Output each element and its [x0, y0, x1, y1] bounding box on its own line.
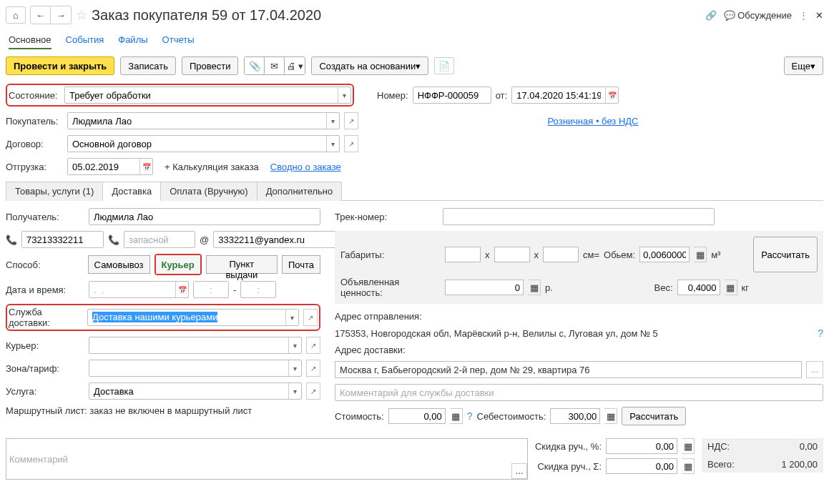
- open-icon[interactable]: ↗: [344, 112, 358, 129]
- comment-box[interactable]: …: [6, 438, 528, 480]
- method-point[interactable]: Пункт выдачи: [206, 255, 278, 274]
- disc-sum-label: Скидка руч., Σ:: [537, 461, 602, 472]
- tab-events[interactable]: События: [66, 31, 104, 49]
- dropdown-icon[interactable]: ▾: [338, 87, 350, 103]
- weight-input[interactable]: [677, 280, 720, 295]
- dropdown-icon[interactable]: ▾: [326, 113, 339, 129]
- calc-icon[interactable]: ▦: [725, 280, 737, 295]
- close-icon[interactable]: ✕: [815, 10, 823, 21]
- link-icon[interactable]: 🔗: [705, 10, 717, 21]
- addr-to-text[interactable]: Москва г, Бабьегородский 2-й пер, дом № …: [340, 365, 797, 375]
- track-input[interactable]: [443, 209, 714, 224]
- calc-icon[interactable]: ▦: [682, 438, 695, 454]
- method-courier[interactable]: Курьер: [156, 255, 200, 274]
- state-input[interactable]: [65, 87, 338, 103]
- calc-icon[interactable]: ▦: [694, 247, 707, 262]
- dropdown-icon[interactable]: ▾: [288, 337, 301, 353]
- nds-label: НДС:: [707, 441, 730, 452]
- more-icon[interactable]: ⋮: [799, 10, 808, 21]
- time-to-input[interactable]: [241, 282, 275, 297]
- open-icon[interactable]: ↗: [303, 309, 318, 326]
- tab-files[interactable]: Файлы: [118, 31, 147, 49]
- comment-input[interactable]: [6, 439, 511, 479]
- disc-pct-input[interactable]: [606, 438, 677, 454]
- dim-y[interactable]: [494, 247, 530, 262]
- mail-icon[interactable]: ✉: [265, 57, 285, 74]
- dropdown-icon[interactable]: ▾: [326, 136, 339, 152]
- tab-delivery[interactable]: Доставка: [102, 182, 161, 201]
- calculate-button[interactable]: Рассчитать: [753, 237, 818, 272]
- calc-icon[interactable]: ▦: [450, 408, 463, 424]
- dropdown-icon[interactable]: ▾: [285, 310, 298, 325]
- service-input[interactable]: Доставка нашими курьерами: [88, 310, 285, 325]
- print-icon[interactable]: 🖨 ▾: [285, 57, 305, 74]
- dropdown-icon[interactable]: ▾: [288, 383, 301, 399]
- calc-icon[interactable]: ▦: [604, 408, 617, 424]
- tab-reports[interactable]: Отчеты: [162, 31, 195, 49]
- ship-label: Отгрузка:: [6, 162, 63, 172]
- total-label: Всего:: [707, 459, 735, 470]
- phone2-input[interactable]: [124, 232, 195, 247]
- selfcost-input[interactable]: [550, 408, 600, 424]
- declared-input[interactable]: [445, 280, 524, 295]
- discuss-icon[interactable]: 💬 Обсуждение: [724, 10, 792, 21]
- method-pickup[interactable]: Самовывоз: [88, 255, 150, 274]
- email-input[interactable]: [214, 232, 343, 247]
- retail-link[interactable]: Розничная • без НДС: [548, 116, 639, 127]
- report-icon[interactable]: 📄: [434, 57, 454, 74]
- declared-label: Объявленная ценность:: [340, 277, 441, 298]
- calendar-icon[interactable]: 📅: [605, 87, 618, 103]
- state-label: Состояние:: [9, 90, 60, 101]
- recipient-input[interactable]: [89, 209, 320, 224]
- cost-label: Стоимость:: [335, 411, 384, 422]
- tab-main[interactable]: Основное: [9, 31, 51, 49]
- phone-input[interactable]: [22, 232, 103, 247]
- service-comment-input[interactable]: [335, 385, 823, 400]
- cost-input[interactable]: [388, 408, 446, 424]
- summary-link[interactable]: Сводно о заказе: [270, 162, 341, 172]
- usluga-input[interactable]: [89, 383, 288, 399]
- tab-goods[interactable]: Товары, услуги (1): [6, 182, 103, 201]
- attach-icon[interactable]: 📎: [245, 57, 265, 74]
- favorite-star-icon[interactable]: ☆: [76, 7, 87, 23]
- disc-sum-input[interactable]: [606, 458, 677, 474]
- tab-additional[interactable]: Дополнительно: [257, 182, 343, 201]
- number-input[interactable]: [413, 87, 491, 103]
- tab-payment[interactable]: Оплата (Вручную): [160, 182, 257, 201]
- dropdown-icon[interactable]: ▾: [288, 360, 301, 376]
- time-from-input[interactable]: [194, 282, 228, 297]
- calc-icon[interactable]: ▦: [528, 280, 541, 295]
- open-icon[interactable]: ↗: [344, 135, 358, 152]
- delivery-date-input[interactable]: [89, 282, 175, 297]
- method-post[interactable]: Почта: [282, 255, 320, 274]
- back-icon[interactable]: ←: [31, 6, 51, 24]
- dim-z[interactable]: [543, 247, 579, 262]
- create-based-button[interactable]: Создать на основании ▾: [311, 56, 428, 75]
- open-icon[interactable]: ↗: [306, 382, 320, 400]
- dim-x[interactable]: [445, 247, 481, 262]
- help-icon[interactable]: ?: [818, 327, 823, 339]
- help-icon[interactable]: ?: [467, 410, 473, 422]
- volume-input[interactable]: [639, 247, 690, 262]
- number-label: Номер:: [377, 90, 408, 101]
- buyer-input[interactable]: [68, 113, 326, 129]
- contract-input[interactable]: [68, 136, 326, 152]
- calculate-button-2[interactable]: Рассчитать: [622, 407, 686, 425]
- dots-icon[interactable]: …: [511, 463, 527, 479]
- save-button[interactable]: Записать: [120, 56, 176, 75]
- forward-icon[interactable]: →: [51, 6, 71, 24]
- post-and-close-button[interactable]: Провести и закрыть: [6, 56, 114, 75]
- post-button[interactable]: Провести: [182, 56, 239, 75]
- open-icon[interactable]: ↗: [306, 337, 320, 354]
- more-button[interactable]: Еще ▾: [784, 56, 823, 75]
- date-input[interactable]: [512, 87, 605, 103]
- zone-input[interactable]: [89, 360, 288, 376]
- home-icon[interactable]: ⌂: [6, 6, 26, 24]
- ship-date-input[interactable]: [68, 159, 139, 174]
- courier-input[interactable]: [89, 337, 288, 353]
- dots-icon[interactable]: …: [806, 361, 823, 378]
- calendar-icon[interactable]: 📅: [139, 159, 152, 174]
- calendar-icon[interactable]: 📅: [175, 282, 188, 297]
- open-icon[interactable]: ↗: [306, 360, 320, 377]
- calc-icon[interactable]: ▦: [682, 458, 695, 474]
